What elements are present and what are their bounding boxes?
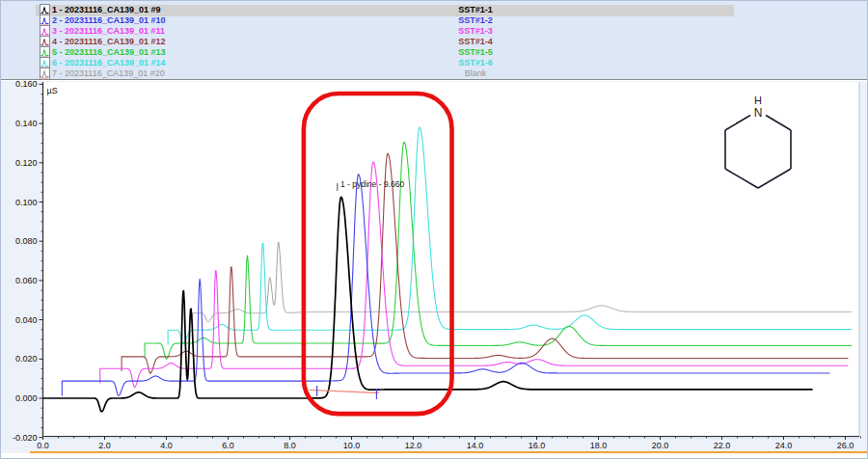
x-tick-label: 4.0 (160, 441, 173, 450)
chromatogram-window: 1 - 20231116_CA139_01 #9SST#1-12 - 20231… (0, 0, 868, 459)
y-tick-label: 0.060 (15, 276, 38, 285)
piperidine-structure: H N (719, 94, 797, 195)
legend-row-2[interactable]: 2 - 20231116_CA139_01 #10SST#1-2 (1, 15, 868, 26)
legend-sample-name: 6 - 20231116_CA139_01 #14 (52, 58, 166, 68)
x-tick-label: 10.0 (343, 441, 361, 450)
y-tick-label: 0.120 (15, 158, 38, 168)
x-tick-label: 12.0 (405, 441, 422, 450)
y-tick-label: 0.080 (15, 236, 38, 246)
legend-sample-name: 3 - 20231116_CA139_01 #11 (52, 26, 165, 37)
legend-sst-label: SST#1-6 (437, 58, 514, 68)
nitrogen-label: N (754, 106, 763, 120)
legend-sample-name: 5 - 20231116_CA139_01 #13 (52, 47, 166, 58)
y-tick-label: -0.020 (13, 433, 38, 443)
legend-row-4[interactable]: 4 - 20231116_CA139_01 #12SST#1-4 (1, 37, 868, 47)
legend-sst-label: SST#1-4 (437, 37, 514, 47)
x-tick-label: 0.0 (37, 441, 49, 450)
legend-row-1[interactable]: 1 - 20231116_CA139_01 #9SST#1-1 (1, 5, 868, 15)
x-tick-label: 8.0 (284, 441, 296, 450)
peak-annotation-label: 1 - pydine - 9.660 (340, 179, 404, 189)
legend-panel: 1 - 20231116_CA139_01 #9SST#1-12 - 20231… (1, 1, 868, 79)
x-tick-label: 14.0 (467, 441, 484, 450)
x-tick-label: 26.0 (837, 441, 854, 450)
legend-sst-label: SST#1-1 (437, 5, 514, 15)
bottom-margin (1, 453, 868, 459)
legend-sst-label: Blank (437, 68, 514, 79)
legend-row-3[interactable]: 3 - 20231116_CA139_01 #11SST#1-3 (1, 26, 868, 37)
y-tick-label: 0.160 (15, 80, 38, 89)
legend-sample-name: 7 - 20231116_CA139_01 #20 (52, 68, 165, 79)
legend-sst-label: SST#1-2 (437, 15, 514, 26)
y-tick-label: 0.020 (15, 354, 38, 364)
x-tick-label: 22.0 (714, 441, 731, 450)
legend-sample-name: 2 - 20231116_CA139_01 #10 (52, 15, 166, 26)
legend-sample-name: 1 - 20231116_CA139_01 #9 (52, 5, 161, 15)
y-unit-label: µS (47, 86, 58, 95)
legend-sst-label: SST#1-5 (437, 47, 514, 58)
legend-sst-label: SST#1-3 (437, 26, 514, 37)
legend-sample-name: 4 - 20231116_CA139_01 #12 (52, 37, 166, 47)
legend-row-6[interactable]: 6 - 20231116_CA139_01 #14SST#1-6 (1, 58, 868, 68)
y-tick-label: 0.040 (15, 315, 38, 325)
x-tick-label: 2.0 (98, 441, 111, 450)
y-tick-label: 0.140 (15, 119, 38, 128)
x-tick-label: 18.0 (590, 441, 608, 450)
legend-row-7[interactable]: 7 - 20231116_CA139_01 #20Blank (1, 68, 868, 79)
x-tick-label: 6.0 (222, 441, 234, 450)
hexagon-ring (725, 116, 791, 189)
x-tick-label: 20.0 (652, 441, 669, 450)
legend-row-5[interactable]: 5 - 20231116_CA139_01 #13SST#1-5 (1, 47, 868, 58)
nh-hydrogen-label: H (754, 94, 762, 106)
x-tick-label: 16.0 (529, 441, 546, 450)
x-tick-label: 24.0 (775, 441, 793, 450)
y-tick-label: 0.100 (15, 198, 38, 207)
y-tick-label: 0.000 (15, 393, 38, 403)
